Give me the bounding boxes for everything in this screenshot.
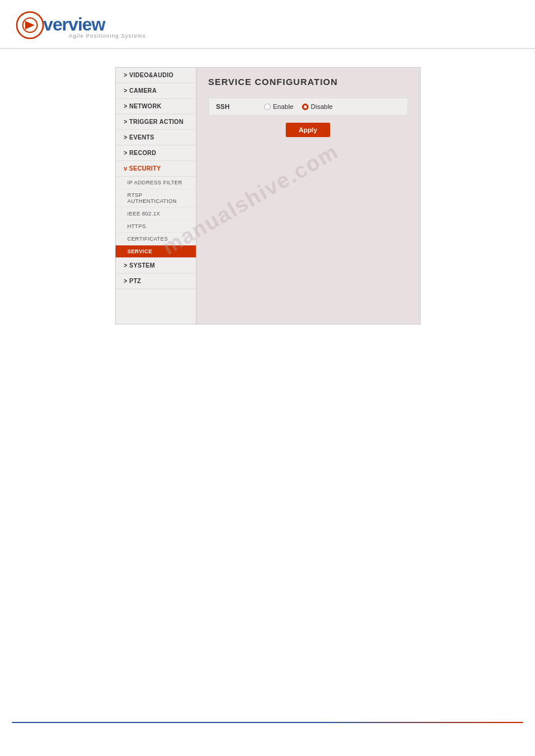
sidebar-sub-item-ieee-802-1x[interactable]: IEEE 802.1X	[116, 208, 196, 220]
main-content: > VIDEO&AUDIO > CAMERA > NETWORK > TRIGG…	[0, 49, 535, 342]
header: verview Agile Positioning Systems	[0, 0, 535, 49]
logo-svg: verview Agile Positioning Systems	[12, 9, 150, 42]
logo: verview Agile Positioning Systems	[12, 9, 150, 42]
sidebar-item-events[interactable]: > EVENTS	[116, 130, 196, 145]
sidebar: > VIDEO&AUDIO > CAMERA > NETWORK > TRIGG…	[116, 68, 197, 324]
svg-text:Agile Positioning Systems: Agile Positioning Systems	[69, 33, 146, 39]
sidebar-item-system[interactable]: > SYSTEM	[116, 258, 196, 274]
footer-line	[12, 722, 523, 723]
main-panel: SERVICE CONFIGURATION SSH Enable Disable	[197, 68, 420, 324]
enable-radio[interactable]	[264, 104, 271, 110]
sidebar-sub-item-service[interactable]: SERVICE	[116, 245, 196, 258]
sidebar-item-record[interactable]: > RECORD	[116, 145, 196, 161]
ui-container: > VIDEO&AUDIO > CAMERA > NETWORK > TRIGG…	[115, 67, 421, 324]
disable-radio[interactable]	[302, 104, 309, 110]
sidebar-sub-item-rtsp-authentication[interactable]: RTSP AUTHENTICATION	[116, 189, 196, 208]
sidebar-item-security[interactable]: v SECURITY	[116, 161, 196, 177]
ssh-config-row: SSH Enable Disable	[208, 98, 408, 116]
svg-text:verview: verview	[43, 14, 106, 34]
apply-button[interactable]: Apply	[286, 123, 331, 137]
sidebar-item-network[interactable]: > NETWORK	[116, 99, 196, 114]
sidebar-item-video-audio[interactable]: > VIDEO&AUDIO	[116, 68, 196, 83]
enable-option[interactable]: Enable	[264, 103, 294, 110]
ui-wrapper: > VIDEO&AUDIO > CAMERA > NETWORK > TRIGG…	[115, 67, 421, 324]
disable-option[interactable]: Disable	[302, 103, 333, 110]
ssh-radio-group: Enable Disable	[264, 103, 333, 110]
sidebar-item-ptz[interactable]: > PTZ	[116, 274, 196, 289]
sidebar-item-camera[interactable]: > CAMERA	[116, 83, 196, 99]
sidebar-sub-item-ip-address-filter[interactable]: IP ADDRESS FILTER	[116, 177, 196, 189]
sidebar-item-trigger-action[interactable]: > TRIGGER ACTION	[116, 114, 196, 130]
sidebar-sub-item-https[interactable]: HTTPS	[116, 220, 196, 233]
panel-title: SERVICE CONFIGURATION	[208, 77, 408, 87]
sidebar-sub-item-certificates[interactable]: CERTIFICATES	[116, 233, 196, 245]
ssh-label: SSH	[216, 103, 252, 110]
